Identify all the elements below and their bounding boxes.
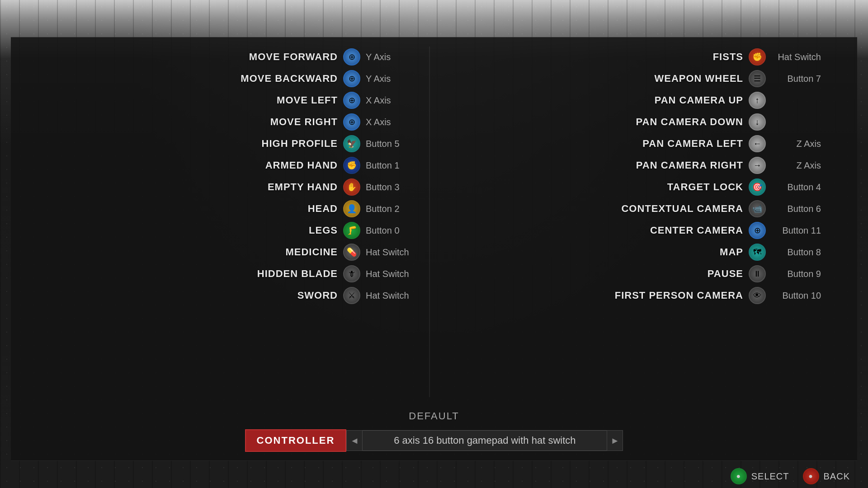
- action-label: PAUSE: [708, 268, 743, 280]
- key-binding: Y Axis: [366, 74, 411, 84]
- action-label: EMPTY HAND: [268, 181, 338, 193]
- key-binding: Button 9: [771, 269, 821, 279]
- plus-icon: ⊕: [343, 48, 360, 66]
- key-binding: Hat Switch: [366, 269, 411, 279]
- back-label: BACK: [824, 471, 850, 482]
- key-binding: Hat Switch: [771, 52, 821, 62]
- left-binding-row[interactable]: HIGH PROFILE 🦅 Button 5: [38, 133, 411, 154]
- weapon-icon: ☰: [749, 70, 766, 87]
- key-binding: Hat Switch: [366, 291, 411, 301]
- controller-badge: CONTROLLER: [245, 429, 347, 452]
- left-binding-row[interactable]: MOVE FORWARD ⊕ Y Axis: [38, 47, 411, 67]
- map-icon: 🗺: [749, 244, 766, 261]
- armed-icon: ✊: [343, 157, 360, 174]
- left-binding-row[interactable]: HIDDEN BLADE 🗡 Hat Switch: [38, 263, 411, 284]
- right-binding-row[interactable]: PAN CAMERA RIGHT → Z Axis: [448, 155, 821, 176]
- action-label: TARGET LOCK: [667, 181, 743, 193]
- controller-value: 6 axis 16 button gamepad with hat switch: [363, 430, 607, 451]
- key-binding: Button 0: [366, 225, 411, 236]
- sword-icon: ⚔: [343, 287, 360, 304]
- action-label: CENTER CAMERA: [650, 225, 743, 236]
- right-binding-row[interactable]: PAN CAMERA UP ↑: [448, 90, 821, 111]
- bottom-bar: DEFAULT CONTROLLER ◄ 6 axis 16 button ga…: [22, 402, 846, 460]
- select-icon: ●: [731, 468, 747, 484]
- back-hint: ● BACK: [803, 468, 850, 484]
- right-binding-row[interactable]: CENTER CAMERA ⊕ Button 11: [448, 220, 821, 241]
- left-binding-row[interactable]: MOVE LEFT ⊕ X Axis: [38, 90, 411, 111]
- action-label: MOVE RIGHT: [270, 116, 338, 128]
- left-binding-row[interactable]: MOVE RIGHT ⊕ X Axis: [38, 112, 411, 132]
- left-binding-row[interactable]: MOVE BACKWARD ⊕ Y Axis: [38, 68, 411, 89]
- target-icon: 🎯: [749, 178, 766, 196]
- action-label: HIDDEN BLADE: [257, 268, 338, 280]
- right-binding-row[interactable]: PAN CAMERA LEFT ← Z Axis: [448, 133, 821, 154]
- action-label: PAN CAMERA RIGHT: [636, 160, 743, 171]
- right-binding-row[interactable]: PAN CAMERA DOWN ↓: [448, 112, 821, 132]
- key-binding: Button 4: [771, 182, 821, 192]
- key-binding: Button 11: [771, 225, 821, 236]
- left-binding-row[interactable]: MEDICINE 💊 Hat Switch: [38, 242, 411, 263]
- footer-hints: ● SELECT ● BACK: [731, 468, 850, 484]
- action-label: CONTEXTUAL CAMERA: [621, 203, 743, 215]
- plus-icon: ⊕: [343, 92, 360, 109]
- cam-left-icon: ←: [749, 135, 766, 152]
- left-binding-row[interactable]: LEGS 🦵 Button 0: [38, 220, 411, 241]
- key-binding: Y Axis: [366, 52, 411, 62]
- controller-prev-button[interactable]: ◄: [346, 430, 363, 451]
- action-label: WEAPON WHEEL: [654, 73, 743, 84]
- key-binding: Button 10: [771, 291, 821, 301]
- right-binding-row[interactable]: PAUSE ⏸ Button 9: [448, 263, 821, 284]
- fp-cam-icon: 👁: [749, 287, 766, 304]
- fists-icon: ✊: [749, 48, 766, 66]
- action-label: MOVE FORWARD: [249, 51, 338, 63]
- key-binding: Hat Switch: [366, 247, 411, 258]
- key-binding: Button 2: [366, 204, 411, 214]
- key-binding: Button 1: [366, 160, 411, 171]
- right-binding-row[interactable]: FISTS ✊ Hat Switch: [448, 47, 821, 67]
- center-cam-icon: ⊕: [749, 222, 766, 239]
- key-binding: Button 6: [771, 204, 821, 214]
- action-label: PAN CAMERA LEFT: [642, 138, 743, 150]
- cam-right-icon: →: [749, 157, 766, 174]
- pause-icon: ⏸: [749, 265, 766, 282]
- key-binding: Z Axis: [771, 139, 821, 149]
- main-panel: MOVE FORWARD ⊕ Y Axis MOVE BACKWARD ⊕ Y …: [11, 37, 857, 461]
- action-label: FIRST PERSON CAMERA: [615, 290, 743, 301]
- action-label: HEAD: [308, 203, 338, 215]
- left-column: MOVE FORWARD ⊕ Y Axis MOVE BACKWARD ⊕ Y …: [11, 42, 429, 402]
- hand-icon: ✋: [343, 178, 360, 196]
- right-binding-row[interactable]: MAP 🗺 Button 8: [448, 242, 821, 263]
- key-binding: Z Axis: [771, 160, 821, 171]
- action-label: PAN CAMERA DOWN: [636, 116, 743, 128]
- controller-row: CONTROLLER ◄ 6 axis 16 button gamepad wi…: [245, 429, 623, 452]
- left-binding-row[interactable]: SWORD ⚔ Hat Switch: [38, 285, 411, 306]
- controller-next-button[interactable]: ►: [607, 430, 623, 451]
- right-binding-row[interactable]: CONTEXTUAL CAMERA 📹 Button 6: [448, 198, 821, 219]
- right-binding-row[interactable]: TARGET LOCK 🎯 Button 4: [448, 177, 821, 197]
- left-binding-row[interactable]: EMPTY HAND ✋ Button 3: [38, 177, 411, 197]
- key-binding: Button 5: [366, 139, 411, 149]
- ctx-cam-icon: 📹: [749, 200, 766, 217]
- right-binding-row[interactable]: FIRST PERSON CAMERA 👁 Button 10: [448, 285, 821, 306]
- medicine-icon: 💊: [343, 244, 360, 261]
- action-label: MOVE BACKWARD: [241, 73, 338, 84]
- action-label: FISTS: [713, 51, 743, 63]
- action-label: MEDICINE: [285, 246, 338, 258]
- action-label: MAP: [720, 246, 743, 258]
- back-icon: ●: [803, 468, 819, 484]
- select-label: SELECT: [751, 471, 789, 482]
- plus-icon: ⊕: [343, 113, 360, 131]
- cam-up-icon: ↑: [749, 92, 766, 109]
- select-hint: ● SELECT: [731, 468, 789, 484]
- action-label: LEGS: [309, 225, 338, 236]
- head-icon: 👤: [343, 200, 360, 217]
- default-label: DEFAULT: [409, 410, 459, 422]
- left-binding-row[interactable]: HEAD 👤 Button 2: [38, 198, 411, 219]
- blade-icon: 🗡: [343, 265, 360, 282]
- action-label: HIGH PROFILE: [262, 138, 338, 150]
- key-binding: X Axis: [366, 95, 411, 106]
- key-binding: Button 8: [771, 247, 821, 258]
- right-column: FISTS ✊ Hat Switch WEAPON WHEEL ☰ Button…: [430, 42, 857, 402]
- right-binding-row[interactable]: WEAPON WHEEL ☰ Button 7: [448, 68, 821, 89]
- left-binding-row[interactable]: ARMED HAND ✊ Button 1: [38, 155, 411, 176]
